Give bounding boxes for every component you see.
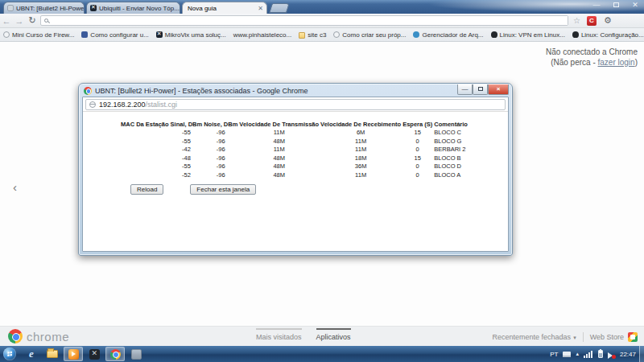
extension-icon[interactable]: C xyxy=(587,16,597,26)
browser-window-controls: — ✕ xyxy=(591,1,641,10)
col-tx-rate: Velocidade De Transmissão xyxy=(238,120,320,129)
maximize-button[interactable] xyxy=(610,1,621,10)
signin-link[interactable]: fazer login xyxy=(598,58,635,67)
mikrovix-icon xyxy=(156,31,163,38)
page-icon xyxy=(3,31,10,38)
taskbar-internet-explorer[interactable]: e xyxy=(22,347,41,361)
ubnt-favicon xyxy=(7,5,14,11)
bookmark-label: site c3 xyxy=(308,31,326,39)
bookmark-label: Como configurar u... xyxy=(90,31,148,39)
bookmark-label: www.pinhaisteleco... xyxy=(233,31,291,39)
system-tray: PT ▴ 22:47 xyxy=(550,346,644,362)
taskbar-gray-app[interactable] xyxy=(126,347,146,361)
linux-penguin-icon xyxy=(572,31,579,38)
popup-title-bar[interactable]: UBNT: [Bullet2 Hi-Power] - Estações asso… xyxy=(82,84,509,97)
dark-app-icon xyxy=(89,349,100,360)
tab-ubnt[interactable]: UBNT: [Bullet2 Hi-Power] ✕ xyxy=(3,2,85,14)
show-hidden-icons[interactable]: ▴ xyxy=(576,351,579,357)
page-security-icon xyxy=(89,101,96,108)
web-store-icon xyxy=(628,332,638,342)
tab-title: Ubiquiti - Enviar Novo Tóp... xyxy=(99,5,180,12)
tab-close-icon[interactable]: ✕ xyxy=(255,5,263,12)
web-store-link[interactable]: Web Store xyxy=(590,333,624,341)
language-indicator[interactable]: PT xyxy=(550,351,558,358)
popup-body: 192.168.2.200/stalist.cgi MAC Da Estação… xyxy=(82,97,509,252)
apps-page-left-chevron[interactable]: ‹ xyxy=(13,180,17,194)
bookmark-item[interactable]: Gerenciador de Arq... xyxy=(413,31,483,39)
gray-app-icon xyxy=(131,349,142,360)
volume-muted-icon[interactable] xyxy=(608,351,615,358)
table-row: -55-9611M6M15BLOCO C xyxy=(120,129,469,138)
popup-close-button[interactable]: × xyxy=(488,84,509,95)
taskbar-chrome[interactable] xyxy=(105,347,125,361)
reload-button[interactable]: Reload xyxy=(130,184,163,195)
bookmarks-bar: Mini Curso de Firew... Como configurar u… xyxy=(0,28,644,42)
omnibox-input[interactable] xyxy=(54,16,568,25)
taskbar-winbox-app[interactable] xyxy=(85,347,104,361)
browser-toolbar: ← → ↻ ☆ C ⚙ xyxy=(0,14,644,28)
tab-apps[interactable]: Aplicativos xyxy=(316,327,351,341)
omnibox[interactable] xyxy=(40,15,568,26)
bookmark-label: Gerenciador de Arq... xyxy=(422,31,483,39)
bookmark-item[interactable]: site c3 xyxy=(299,31,326,39)
forward-icon[interactable]: → xyxy=(13,16,26,26)
close-button[interactable]: ✕ xyxy=(630,1,641,10)
chrome-icon xyxy=(110,349,121,360)
bookmark-item[interactable]: www.pinhaisteleco... xyxy=(233,31,291,39)
chrome-logo-icon xyxy=(8,329,23,343)
taskbar-windows-explorer[interactable] xyxy=(43,347,62,361)
network-signal-icon[interactable] xyxy=(584,351,593,358)
wrench-menu-icon[interactable]: ⚙ xyxy=(604,15,612,26)
col-rx-rate: Velocidade De Recebimento xyxy=(320,120,402,129)
close-window-button[interactable]: Fechar esta janela xyxy=(190,184,256,195)
tab-ubiquiti-forum[interactable]: Ubiquiti - Enviar Novo Tóp... ✕ xyxy=(86,2,180,14)
media-player-icon xyxy=(68,349,79,360)
col-comment: Comentário xyxy=(433,120,469,129)
taskbar-clock[interactable]: 22:47 xyxy=(620,351,636,358)
bookmark-item[interactable]: Linux: Configuração... xyxy=(572,31,644,39)
show-desktop-button[interactable] xyxy=(639,346,644,362)
tab-new-tab[interactable]: Nova guia ✕ xyxy=(182,2,267,14)
col-mac: MAC Da Estação xyxy=(120,120,170,129)
station-list-popup-window: UBNT: [Bullet2 Hi-Power] - Estações asso… xyxy=(78,83,513,256)
chrome-logo: chrome xyxy=(8,329,69,343)
table-row: -48-9648M18M15BLOCO B xyxy=(120,154,469,163)
back-icon[interactable]: ← xyxy=(0,16,13,26)
bookmark-item[interactable]: Como criar seu próp... xyxy=(333,31,406,39)
bookmark-star-icon[interactable]: ☆ xyxy=(573,16,580,25)
table-row: -42-9611M11M0BERBARI 2 xyxy=(120,146,469,154)
battery-icon[interactable] xyxy=(598,350,603,358)
new-tab-button[interactable] xyxy=(269,3,290,13)
tab-close-icon[interactable]: ✕ xyxy=(180,5,180,12)
tab-title: Nova guia xyxy=(188,5,217,12)
bookmark-item[interactable]: Linux: VPN em Linux... xyxy=(491,31,565,39)
bookmark-label: Linux: VPN em Linux... xyxy=(500,31,565,39)
table-row: -52-9648M11M0BLOCO A xyxy=(120,171,469,180)
bookmark-item[interactable]: MikroVix uma soluç... xyxy=(156,31,226,39)
folder-icon xyxy=(299,32,305,39)
bookmark-item[interactable]: Como configurar u... xyxy=(81,31,148,39)
col-noise: Noise, DBm xyxy=(203,120,238,129)
station-list-content: MAC Da Estação Sinal, DBm Noise, DBm Vel… xyxy=(83,112,508,195)
table-header-row: MAC Da Estação Sinal, DBm Noise, DBm Vel… xyxy=(120,120,469,129)
keyboard-icon[interactable] xyxy=(563,352,571,357)
start-button[interactable] xyxy=(3,348,16,360)
stations-table: MAC Da Estação Sinal, DBm Noise, DBm Vel… xyxy=(120,120,469,179)
taskbar-media-player[interactable] xyxy=(64,347,83,361)
tab-most-visited[interactable]: Mais visitados xyxy=(256,327,302,341)
ntp-section-tabs: Mais visitados Aplicativos xyxy=(256,327,351,341)
chrome-logo-text: chrome xyxy=(27,330,69,343)
bookmark-label: MikroVix uma soluç... xyxy=(165,31,226,39)
bookmark-item[interactable]: Mini Curso de Firew... xyxy=(3,31,74,39)
minimize-button[interactable]: — xyxy=(591,1,602,10)
popup-maximize-button[interactable] xyxy=(473,84,488,95)
blue-site-icon xyxy=(81,31,88,38)
popup-omnibox[interactable]: 192.168.2.200/stalist.cgi xyxy=(85,99,506,110)
tab-title: UBNT: [Bullet2 Hi-Power] xyxy=(16,5,85,12)
ntp-right-links: Recentemente fechadas▾ Web Store xyxy=(493,327,638,347)
popup-minimize-button[interactable]: — xyxy=(457,84,473,95)
reload-icon[interactable]: ↻ xyxy=(26,15,39,26)
popup-address-bar: 192.168.2.200/stalist.cgi xyxy=(83,97,508,112)
new-tab-page: Não conectado a Chrome (Não perca - faze… xyxy=(0,42,644,346)
recently-closed-menu[interactable]: Recentemente fechadas▾ xyxy=(493,333,576,341)
